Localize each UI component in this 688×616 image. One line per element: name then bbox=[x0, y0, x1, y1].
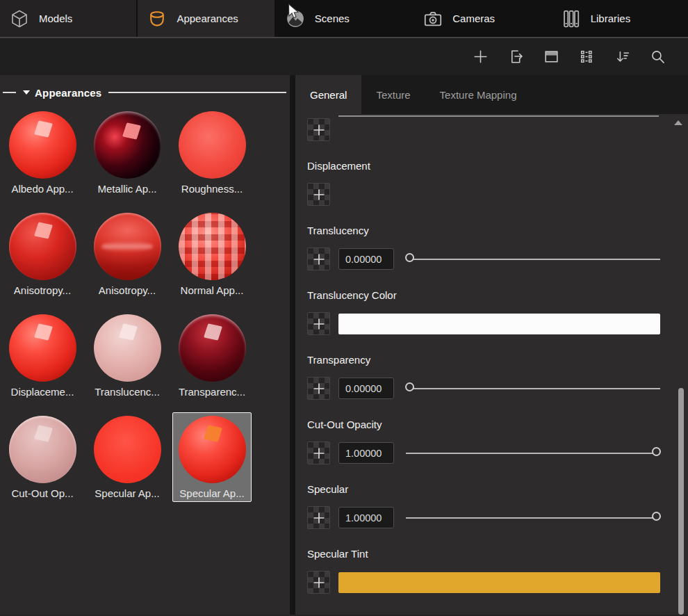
property-label: Displacement bbox=[307, 160, 688, 174]
add-texture-map-button[interactable] bbox=[307, 506, 330, 529]
add-texture-map-button[interactable] bbox=[307, 183, 330, 206]
property-specular: Specular bbox=[307, 483, 688, 529]
tab-libraries[interactable]: Libraries bbox=[552, 0, 688, 37]
add-icon[interactable] bbox=[472, 48, 489, 65]
appearance-item-anisotropy[interactable]: Anisotropy... bbox=[3, 209, 82, 299]
value-slider[interactable] bbox=[406, 506, 660, 529]
add-texture-map-button[interactable] bbox=[307, 441, 330, 464]
main-tab-bar: ModelsAppearancesScenesCamerasLibraries bbox=[0, 0, 688, 37]
slider-handle[interactable] bbox=[405, 253, 414, 262]
material-sphere-preview bbox=[179, 213, 246, 280]
appearance-item-translucenc[interactable]: Translucenc... bbox=[88, 311, 167, 400]
tab-appearances[interactable]: Appearances bbox=[138, 0, 274, 37]
slider-handle[interactable] bbox=[652, 447, 661, 456]
property-controls bbox=[307, 571, 688, 594]
slider-track[interactable] bbox=[406, 453, 660, 454]
tab-label: Appearances bbox=[177, 13, 238, 24]
add-texture-map-button[interactable] bbox=[307, 571, 330, 594]
property-controls bbox=[307, 441, 688, 464]
collapse-arrow-icon[interactable] bbox=[23, 90, 30, 95]
slider-handle[interactable] bbox=[652, 512, 661, 521]
slider-track[interactable] bbox=[406, 388, 660, 389]
appearance-item-albedo-app[interactable]: Albedo App... bbox=[3, 108, 82, 197]
value-input[interactable] bbox=[338, 507, 394, 528]
appearance-item-roughness[interactable]: Roughness... bbox=[172, 108, 252, 197]
tab-texture-mapping[interactable]: Texture Mapping bbox=[425, 75, 532, 114]
appearance-item-specular-ap[interactable]: Specular Ap... bbox=[88, 412, 167, 502]
value-input[interactable] bbox=[338, 248, 394, 270]
tab-label: Models bbox=[39, 13, 72, 24]
material-sphere-preview bbox=[9, 416, 76, 483]
scene-globe-icon bbox=[285, 8, 306, 29]
add-texture-map-button[interactable] bbox=[307, 312, 330, 335]
tab-label: Scenes bbox=[315, 13, 350, 24]
property-label: Specular Tint bbox=[307, 548, 688, 562]
appearance-item-specular-ap[interactable]: Specular Ap... bbox=[172, 412, 252, 502]
tab-scenes[interactable]: Scenes bbox=[276, 0, 412, 37]
slider-track[interactable] bbox=[406, 517, 660, 519]
value-input[interactable] bbox=[338, 442, 394, 464]
property-controls bbox=[307, 183, 688, 206]
search-icon[interactable] bbox=[649, 48, 666, 65]
add-texture-map-button[interactable] bbox=[307, 118, 330, 141]
material-sphere-preview bbox=[9, 111, 76, 179]
appearance-item-displaceme[interactable]: Displaceme... bbox=[3, 311, 82, 400]
scroll-up-arrow[interactable] bbox=[674, 120, 682, 125]
panel-divider[interactable] bbox=[290, 75, 295, 615]
appearance-item-cut-out-op[interactable]: Cut-Out Op... bbox=[3, 412, 82, 502]
appearance-item-anisotropy[interactable]: Anisotropy... bbox=[88, 209, 167, 299]
appearance-item-label: Anisotropy... bbox=[14, 284, 71, 296]
thumbnail-view-icon[interactable] bbox=[578, 48, 596, 65]
property-cut-out-opacity: Cut-Out Opacity bbox=[307, 419, 688, 464]
property-map bbox=[307, 118, 688, 141]
property-label: Translucency Color bbox=[307, 289, 688, 303]
tab-models[interactable]: Models bbox=[0, 0, 136, 37]
value-slider[interactable] bbox=[406, 441, 660, 464]
property-controls bbox=[307, 312, 688, 335]
sort-descending-icon[interactable] bbox=[614, 48, 631, 65]
add-texture-map-button[interactable] bbox=[307, 248, 330, 270]
tab-cameras[interactable]: Cameras bbox=[413, 0, 550, 37]
value-slider[interactable] bbox=[406, 248, 660, 270]
value-input[interactable] bbox=[338, 378, 394, 399]
divider-line bbox=[3, 92, 16, 93]
slider-handle[interactable] bbox=[405, 382, 414, 391]
toolbar bbox=[0, 37, 688, 75]
scrolled-control-edge bbox=[338, 115, 659, 117]
tab-label: Libraries bbox=[591, 13, 631, 24]
scrollbar-thumb[interactable] bbox=[678, 388, 684, 615]
main-area: Appearances Albedo App...Metallic Ap...R… bbox=[0, 75, 688, 615]
appearance-editor-window: ModelsAppearancesScenesCamerasLibraries … bbox=[0, 0, 688, 616]
split-view-icon[interactable] bbox=[543, 48, 560, 65]
appearance-item-label: Transparenc... bbox=[179, 386, 245, 398]
appearance-item-label: Specular Ap... bbox=[179, 487, 244, 499]
appearance-item-label: Albedo App... bbox=[11, 183, 73, 195]
property-label: Transparency bbox=[307, 354, 688, 368]
property-controls bbox=[307, 118, 688, 141]
color-swatch[interactable] bbox=[338, 572, 660, 593]
tab-texture[interactable]: Texture bbox=[361, 75, 425, 114]
tab-general[interactable]: General bbox=[295, 75, 361, 114]
appearance-item-label: Metallic Ap... bbox=[97, 183, 156, 195]
camera-icon bbox=[423, 8, 443, 29]
appearance-item-transparenc[interactable]: Transparenc... bbox=[172, 311, 252, 400]
appearances-section-header[interactable]: Appearances bbox=[0, 84, 290, 101]
libraries-icon bbox=[561, 8, 582, 29]
appearance-item-label: Roughness... bbox=[181, 183, 243, 195]
appearance-item-label: Cut-Out Op... bbox=[11, 487, 73, 499]
appearances-panel: Appearances Albedo App...Metallic Ap...R… bbox=[0, 75, 290, 615]
color-swatch[interactable] bbox=[338, 314, 660, 334]
material-sphere-preview bbox=[9, 213, 76, 280]
value-slider[interactable] bbox=[406, 377, 660, 400]
section-title: Appearances bbox=[35, 87, 101, 99]
property-label: Translucency bbox=[307, 225, 688, 238]
slider-track[interactable] bbox=[406, 259, 660, 260]
add-texture-map-button[interactable] bbox=[307, 377, 330, 400]
property-label: Specular bbox=[307, 483, 688, 497]
material-properties-panel: GeneralTextureTexture Mapping Displaceme… bbox=[295, 75, 688, 615]
appearance-item-metallic-ap[interactable]: Metallic Ap... bbox=[88, 108, 167, 197]
material-sphere-preview bbox=[179, 416, 246, 483]
export-icon[interactable] bbox=[507, 48, 525, 65]
appearance-item-normal-app[interactable]: Normal App... bbox=[172, 209, 252, 299]
property-translucency: Translucency bbox=[307, 225, 688, 270]
